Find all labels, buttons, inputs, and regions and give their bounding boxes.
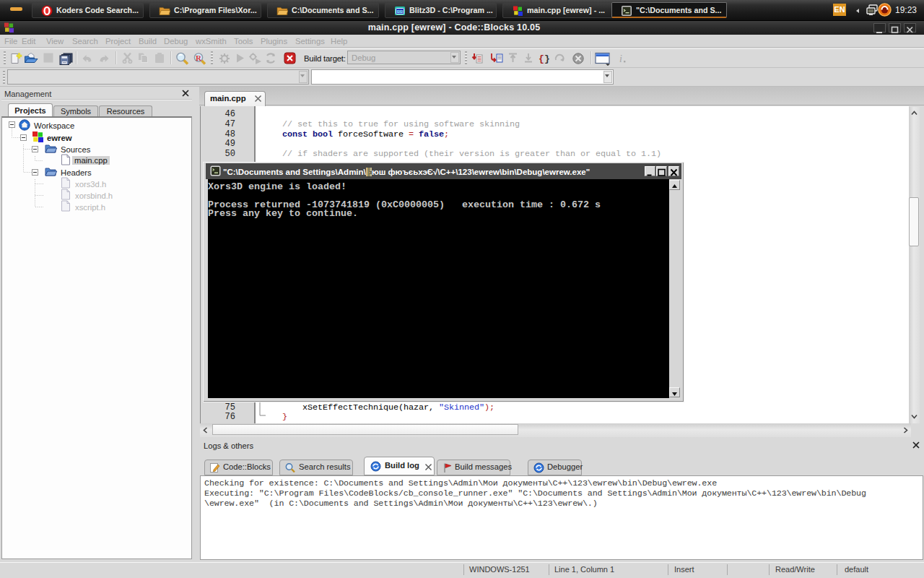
svg-text:R: R (196, 53, 202, 62)
svg-text:}: } (544, 53, 550, 64)
svg-text:{: { (539, 53, 544, 64)
svg-text:i: i (619, 53, 622, 64)
svg-text:BB: BB (397, 9, 404, 14)
